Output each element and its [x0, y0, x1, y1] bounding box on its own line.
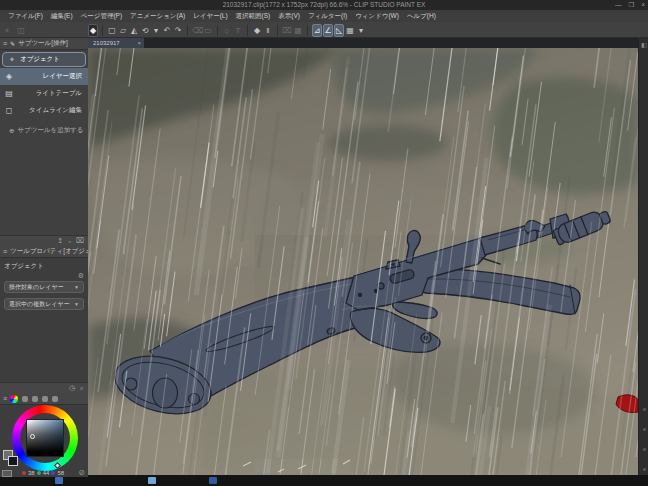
plus-icon: ⊕	[9, 127, 14, 135]
taskbar-app-2[interactable]	[148, 477, 156, 484]
rotate-icon[interactable]: ⟲	[140, 24, 150, 37]
text-icon[interactable]: T	[233, 24, 243, 37]
history-icon[interactable]: ◷	[69, 384, 75, 392]
menu-item-1[interactable]: 編集(E)	[47, 12, 77, 21]
windows-taskbar	[0, 475, 648, 486]
foreground-color-swatch[interactable]	[8, 456, 18, 466]
tool-property-dropdown-1[interactable]: 選択中の複数レイヤー▼	[4, 298, 84, 310]
import-subtool-icon[interactable]: ↥	[58, 237, 64, 245]
rgb-dot-B	[51, 471, 55, 475]
brightness-icon[interactable]: ☼	[222, 24, 232, 37]
command-bar: ⌖◫ ◆▢▱◭⟲▾↶↷⌫▭☼T◆‖⌧▦⊿∠◺▦▾	[0, 22, 648, 38]
menu-bar: ファイル(F)編集(E)ページ管理(P)アニメーション(A)レイヤー(L)選択範…	[0, 10, 648, 22]
subtool-item-label: タイムライン編集	[15, 106, 85, 115]
color-history-tab-icon[interactable]	[52, 396, 58, 402]
dock-tool-icon[interactable]: ⌖	[2, 24, 12, 37]
gem-icon[interactable]: ◆	[252, 24, 262, 37]
collapse-dock-icon[interactable]: ◧	[641, 41, 647, 48]
dropdown-label: 選択中の複数レイヤー	[9, 300, 70, 309]
subtool-panel-menu-icon[interactable]: ≡	[3, 40, 7, 47]
dropdown-label: 操作対象のレイヤー	[9, 283, 64, 292]
menu-item-9[interactable]: ヘルプ(H)	[403, 12, 440, 21]
subtool-item-2[interactable]: ▤ライトテーブル	[0, 85, 88, 102]
chevron-down-icon: ▼	[74, 301, 79, 307]
menu-item-0[interactable]: ファイル(F)	[4, 12, 47, 21]
tool-property-subtitle: オブジェクト	[0, 258, 88, 271]
taskbar-app-1[interactable]	[55, 477, 63, 484]
no-color-icon[interactable]: ⊘	[78, 468, 85, 477]
dock-panel-icon[interactable]: ◫	[16, 24, 26, 37]
rgb-values: 384458	[22, 470, 64, 476]
menu-item-6[interactable]: 表示(V)	[274, 12, 304, 21]
minimize-button[interactable]: —	[615, 0, 622, 10]
snap-grid-icon[interactable]: ◺	[334, 24, 344, 37]
add-subtool-label: サブツールを追加する	[17, 126, 83, 135]
pen-icon: ✎	[10, 40, 15, 47]
sep2	[187, 25, 188, 36]
restore-button[interactable]: ❐	[628, 0, 634, 10]
color-wheel-tab-icon[interactable]	[10, 395, 18, 403]
subtool-item-3[interactable]: ◻タイムライン編集	[0, 102, 88, 119]
subtool-panel: ≡ ✎ サブツール[操作] ⌖オブジェクト◈レイヤー選択▤ライトテーブル◻タイム…	[0, 38, 88, 246]
window-title: 21032917.clip(1772 x 1752px 72dpi) 66.6%…	[223, 1, 426, 8]
canvas-viewport[interactable]	[88, 48, 638, 475]
menu-item-3[interactable]: アニメーション(A)	[126, 12, 189, 21]
snap-menu-icon[interactable]: ▦	[345, 24, 355, 37]
subtool-panel-title: サブツール[操作]	[18, 39, 68, 48]
menu-item-2[interactable]: ページ管理(P)	[77, 12, 126, 21]
clip-studio-logo[interactable]: ◆	[88, 24, 98, 37]
menu-item-4[interactable]: レイヤー(L)	[189, 12, 231, 21]
transparent-color-swatch[interactable]	[2, 470, 12, 477]
snap-special-icon[interactable]: ∠	[323, 24, 333, 37]
color-set-tab-icon[interactable]	[32, 396, 38, 402]
tool-property-menu-icon[interactable]: ≡	[3, 248, 7, 255]
new-subtool-icon[interactable]: ▫	[68, 238, 70, 245]
title-bar: 21032917.clip(1772 x 1752px 72dpi) 66.6%…	[0, 0, 648, 10]
tool-property-dropdown-0[interactable]: 操作対象のレイヤー▼	[4, 281, 84, 293]
subtool-item-icon: ◻	[3, 106, 15, 115]
color-panel-menu-icon[interactable]: ≡	[3, 395, 7, 402]
new-file-icon[interactable]: ▢	[107, 24, 117, 37]
taskbar-app-3[interactable]	[209, 477, 217, 484]
subtool-item-icon: ◈	[3, 72, 15, 81]
wrench-icon[interactable]: ⚙	[78, 272, 84, 280]
add-subtool-row[interactable]: ⊕ サブツールを追加する	[0, 123, 88, 138]
menu-item-5[interactable]: 選択範囲(S)	[232, 12, 275, 21]
search-icon[interactable]: ⌕	[80, 384, 84, 392]
document-tab-label: 21032917	[93, 40, 120, 46]
close-button[interactable]: ×	[641, 0, 645, 10]
color-slider-tab-icon[interactable]	[22, 396, 28, 402]
canvas-artwork	[88, 48, 638, 475]
save-icon[interactable]: ◭	[129, 24, 139, 37]
warn-icon[interactable]: ‖	[263, 24, 273, 37]
sep4	[247, 25, 248, 36]
grid-icon[interactable]: ▦	[293, 24, 303, 37]
sep6	[307, 25, 308, 36]
snap-caret-icon[interactable]: ▾	[356, 24, 366, 37]
rgb-dot-G	[37, 471, 41, 475]
color-mixer-tab-icon[interactable]	[42, 396, 48, 402]
document-tab[interactable]: 21032917 ×	[88, 38, 144, 48]
menu-item-7[interactable]: フィルター(I)	[304, 12, 351, 21]
open-file-icon[interactable]: ▱	[118, 24, 128, 37]
rotate-caret-icon[interactable]: ▾	[151, 24, 161, 37]
select-area-icon[interactable]: ⌧	[282, 24, 292, 37]
subtool-item-1[interactable]: ◈レイヤー選択	[0, 68, 88, 85]
tool-property-panel: ≡ ツールプロパティ[オブジェクト] オブジェクト ⚙ 操作対象のレイヤー▼選択…	[0, 246, 88, 393]
delete-subtool-icon[interactable]: ⌧	[76, 237, 84, 245]
delete-icon[interactable]: ⌫	[192, 24, 202, 37]
subtool-item-0[interactable]: ⌖オブジェクト	[2, 52, 86, 67]
menu-item-8[interactable]: ウィンドウ(W)	[351, 12, 403, 21]
sep3	[217, 25, 218, 36]
deselect-icon[interactable]: ▭	[203, 24, 213, 37]
subtool-item-label: ライトテーブル	[15, 89, 85, 98]
snap-ruler-icon[interactable]: ⊿	[312, 24, 322, 37]
right-dock-strip[interactable]: ◧	[638, 38, 648, 475]
clip-studio-paint-window: 21032917.clip(1772 x 1752px 72dpi) 66.6%…	[0, 0, 648, 486]
document-tab-bar: 21032917 ×	[88, 38, 638, 48]
rgb-value-B: 58	[57, 470, 64, 476]
tab-close-icon[interactable]: ×	[137, 38, 141, 48]
redo-icon[interactable]: ↷	[173, 24, 183, 37]
undo-icon[interactable]: ↶	[162, 24, 172, 37]
sv-cursor[interactable]	[30, 434, 35, 439]
